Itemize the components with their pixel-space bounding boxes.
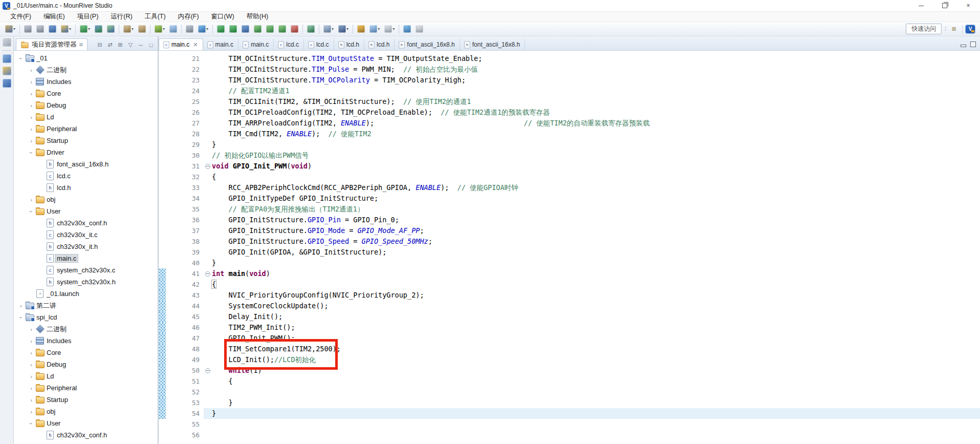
tree-item-launch-01[interactable]: ≡_01.launch — [14, 288, 158, 300]
tree-item-project-lecture-2[interactable]: ›第二讲 — [14, 300, 158, 311]
console-button[interactable] — [240, 24, 251, 34]
fold-region[interactable] — [204, 161, 212, 172]
menu-run[interactable]: 运行(R) — [105, 12, 137, 22]
expander-icon[interactable]: › — [27, 138, 35, 144]
line-number[interactable]: 24 — [166, 87, 204, 95]
tree-item-spi-core[interactable]: ›Core — [14, 347, 158, 358]
code-line-text[interactable]: NVIC_PriorityGroupConfig(NVIC_PriorityGr… — [212, 290, 980, 301]
menu-window[interactable]: 窗口(W) — [206, 12, 239, 22]
menu-tools[interactable]: 工具(T) — [140, 12, 171, 22]
menu-help[interactable]: 帮助(H) — [242, 12, 273, 22]
line-number[interactable]: 34 — [166, 195, 204, 202]
view-shortcut-documentation-icon[interactable] — [3, 79, 11, 88]
line-number[interactable]: 54 — [166, 410, 204, 417]
code-line-text[interactable]: TIM2_PWM_Init(); — [212, 322, 980, 333]
code-line-text[interactable] — [212, 387, 980, 397]
target-config-button[interactable]: ▾ — [59, 24, 73, 34]
code-line-text[interactable]: TIM_OCInitStructure.TIM_OCPolarity = TIM… — [212, 75, 980, 86]
line-number[interactable]: 26 — [166, 109, 204, 116]
tab-font-ascii-16x8-h-1[interactable]: hfont_ascii_16x8.h — [395, 39, 460, 50]
dropdown-arrow-icon[interactable]: ▾ — [206, 27, 208, 31]
code-line-text[interactable]: GPIO_InitTypeDef GPIO_InitStructure; — [212, 193, 980, 204]
line-number[interactable]: 40 — [166, 259, 204, 267]
tree-item-user[interactable]: ›User — [14, 205, 158, 217]
code-line-text[interactable]: GPIO_InitStructure.GPIO_Pin = GPIO_Pin_0… — [212, 215, 980, 225]
tree-item-peripheral[interactable]: ›Peripheral — [14, 123, 158, 135]
tree-item-spi-ld[interactable]: ›Ld — [14, 370, 158, 382]
focus-view-icon[interactable]: ⊞ — [117, 41, 124, 48]
line-number[interactable]: 35 — [166, 205, 204, 213]
restore-button[interactable] — [933, 0, 956, 11]
editor-layout-button[interactable]: ▾ — [337, 24, 350, 34]
tree-item-spi-debug[interactable]: ›Debug — [14, 358, 158, 370]
line-number[interactable]: 51 — [166, 377, 204, 385]
fold-region[interactable] — [204, 268, 212, 279]
code-line-text[interactable]: TIM_OCInitStructure.TIM_Pulse = PWM_MIN;… — [212, 64, 980, 75]
tree-item-spi-includes[interactable]: ›Includes — [14, 335, 158, 347]
code-line-text[interactable]: GPIO_Init(GPIOA, &GPIO_InitStructure); — [212, 247, 980, 258]
code-line-text[interactable]: { — [212, 279, 980, 290]
line-number[interactable]: 44 — [166, 302, 204, 310]
last-edit-location-button[interactable] — [402, 24, 412, 34]
expander-icon[interactable]: › — [27, 409, 35, 415]
dropdown-arrow-icon[interactable]: ▾ — [346, 27, 349, 31]
expander-icon[interactable]: › — [27, 326, 35, 332]
tree-item-spi-peripheral[interactable]: ›Peripheral — [14, 382, 158, 394]
attach-debug-button[interactable] — [168, 24, 179, 34]
expander-icon[interactable]: › — [27, 114, 35, 120]
line-number[interactable]: 28 — [166, 130, 204, 138]
navigate-forward-button[interactable]: ▾ — [383, 24, 396, 34]
mounriver-perspective-button[interactable]: V — [966, 25, 975, 33]
line-number[interactable]: 31 — [166, 162, 204, 170]
tab-lcd-c-1[interactable]: clcd.c — [274, 39, 304, 50]
tree-item-font-ascii-16x8-h[interactable]: hfont_ascii_16x8.h — [14, 158, 158, 170]
maximize-editor-icon[interactable] — [970, 41, 976, 47]
close-icon[interactable]: ✕ — [193, 41, 198, 48]
line-number[interactable]: 30 — [166, 152, 204, 159]
line-number[interactable]: 29 — [166, 141, 204, 149]
tree-item-project-spi-lcd[interactable]: ›spi_lcd — [14, 311, 158, 323]
code-line-text[interactable]: SystemCoreClockUpdate(); — [212, 301, 980, 311]
project-explorer-view-tab[interactable]: 项目资源管理器 ⊠ — [16, 38, 88, 50]
build-all-button[interactable] — [93, 24, 104, 34]
tree-item-main-c[interactable]: cmain.c — [14, 252, 158, 264]
line-number[interactable]: 27 — [166, 119, 204, 127]
dropdown-arrow-icon[interactable]: ▾ — [88, 27, 90, 31]
save-all-button[interactable] — [35, 24, 46, 34]
step-over-button[interactable] — [277, 24, 288, 34]
tab-main-c-2[interactable]: cmain.c — [203, 39, 238, 50]
pin-editor-button[interactable] — [414, 24, 425, 34]
line-number[interactable]: 50 — [166, 367, 204, 374]
dropdown-arrow-icon[interactable]: ▾ — [332, 27, 334, 31]
tree-item-ld[interactable]: ›Ld — [14, 111, 158, 123]
minimize-button[interactable] — [909, 0, 933, 11]
code-line-text[interactable]: GPIO_InitStructure.GPIO_Speed = GPIO_Spe… — [212, 236, 980, 247]
code-line-text[interactable] — [212, 419, 980, 430]
dropdown-arrow-icon[interactable]: ▾ — [378, 27, 380, 31]
line-number[interactable]: 45 — [166, 313, 204, 321]
fold-region[interactable] — [204, 365, 212, 376]
code-line-text[interactable]: } — [212, 258, 980, 268]
line-number[interactable]: 36 — [166, 216, 204, 224]
rebuild-button[interactable] — [105, 24, 116, 34]
expander-icon[interactable]: › — [17, 303, 25, 309]
tree-item-system-ch32v30x-h[interactable]: hsystem_ch32v30x.h — [14, 276, 158, 288]
expander-icon[interactable]: › — [27, 79, 35, 85]
tree-item-spi-user[interactable]: ›User — [14, 417, 158, 429]
expander-icon[interactable]: › — [27, 67, 35, 73]
link-with-editor-icon[interactable]: ⇄ — [106, 41, 114, 48]
line-number[interactable]: 37 — [166, 227, 204, 235]
collapse-all-icon[interactable]: ⊟ — [96, 41, 103, 48]
chip-info-button[interactable] — [184, 24, 195, 34]
memory-monitor-button[interactable] — [306, 24, 316, 34]
line-number[interactable]: 52 — [166, 388, 204, 396]
fold-collapse-icon[interactable] — [205, 368, 210, 373]
minimize-view-icon[interactable]: ─ — [137, 42, 144, 48]
code-line-text[interactable]: TIM_ARRPreloadConfig(TIM2, ENABLE); // 使… — [212, 118, 980, 129]
back-annotation-button[interactable] — [356, 24, 366, 34]
line-number[interactable]: 43 — [166, 291, 204, 299]
tree-item-binary[interactable]: ›二进制 — [14, 64, 158, 76]
code-line-text[interactable]: // 初始化GPIO以输出PWM信号 — [212, 150, 980, 161]
expander-icon[interactable]: › — [27, 350, 35, 356]
device-settings-button[interactable]: ▾ — [197, 24, 210, 34]
